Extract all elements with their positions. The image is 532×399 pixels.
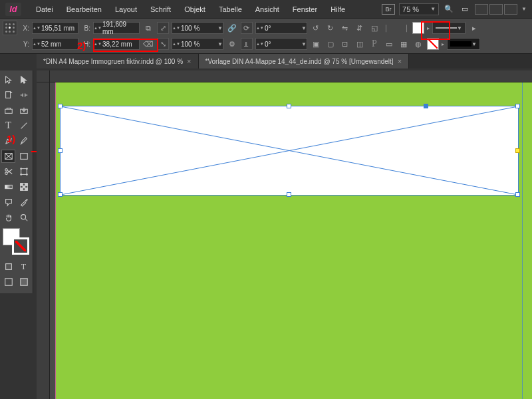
menu-object[interactable]: Objekt (178, 0, 212, 19)
stepper-icon[interactable]: ▲▼ (33, 26, 39, 30)
selection-handle[interactable] (515, 192, 520, 197)
stroke-style-dropdown[interactable]: ▼ (432, 22, 466, 34)
menu-type[interactable]: Schrift (144, 0, 178, 19)
stepper-icon[interactable]: ▲▼ (33, 42, 39, 46)
width-value[interactable]: 191,609 mm (100, 21, 139, 35)
selection-handle[interactable] (515, 104, 520, 108)
stepper-icon[interactable]: ▲▼ (94, 42, 100, 46)
x-field[interactable]: ▲▼ 195,51 mm (32, 22, 78, 34)
flip-v-icon[interactable]: ⇵ (354, 22, 366, 34)
gradient-feather-tool[interactable] (17, 180, 31, 194)
pencil-tool[interactable] (17, 134, 31, 148)
selection-handle[interactable] (287, 104, 291, 108)
bridge-icon[interactable]: Br (382, 4, 395, 15)
panel-menu-icon[interactable]: ▸ (468, 22, 480, 34)
content-placer-tool[interactable] (17, 104, 31, 117)
apply-color-icon[interactable] (1, 260, 15, 273)
wrap-shape-icon[interactable]: ◍ (412, 38, 424, 50)
scale-x-value[interactable]: 100 % (179, 25, 217, 32)
constrain-proportions-icon[interactable]: ⧉ (142, 22, 154, 34)
select-container-icon[interactable]: ◱ (368, 22, 380, 34)
wrap-none-icon[interactable]: ▭ (383, 38, 395, 50)
line-tool[interactable] (17, 119, 31, 132)
view-mode-normal[interactable] (1, 275, 15, 289)
menu-view[interactable]: Ansicht (249, 0, 286, 19)
stroke-color[interactable] (12, 237, 29, 255)
type-tool[interactable]: T (1, 119, 15, 132)
rectangle-frame-tool[interactable] (1, 150, 15, 163)
direct-selection-tool[interactable] (17, 73, 31, 86)
guide-vertical[interactable] (55, 82, 56, 399)
gap-tool[interactable] (17, 88, 31, 102)
selection-handle[interactable] (58, 148, 63, 153)
menu-table[interactable]: Tabelle (212, 0, 249, 19)
menu-edit[interactable]: Bearbeiten (60, 0, 108, 19)
scale-y-value[interactable]: 100 % (179, 41, 217, 48)
stepper-icon[interactable]: ▲▼ (256, 26, 263, 30)
scissors-tool[interactable] (1, 165, 15, 178)
page-tool[interactable] (1, 88, 15, 102)
rotate-value[interactable]: 0° (263, 25, 301, 32)
flip-h-icon[interactable]: ⇋ (339, 22, 351, 34)
rotate-field[interactable]: ▲▼ 0° ▼ (255, 22, 307, 34)
selection-handle[interactable] (58, 104, 63, 108)
selection-handle[interactable] (424, 104, 428, 108)
preferences-icon[interactable]: ⚙ (226, 38, 238, 50)
y-value[interactable]: 52 mm (39, 41, 78, 48)
hand-tool[interactable] (1, 211, 15, 224)
document-tab-1[interactable]: *DIN A4 Mappe Immogruen fiktiv.indd @ 10… (37, 54, 199, 68)
layout-btn-1[interactable] (475, 4, 488, 15)
stroke-style-dropdown[interactable]: ▼ (447, 38, 480, 50)
rotate-ccw-icon[interactable]: ↺ (310, 22, 322, 34)
guide-vertical[interactable] (522, 82, 523, 399)
zoom-level[interactable]: 75 % ▼ (399, 3, 439, 15)
y-field[interactable]: ▲▼ 52 mm (32, 38, 78, 50)
shear-field[interactable]: ▲▼ 0° ▼ (255, 38, 307, 50)
layout-btn-3[interactable] (504, 4, 517, 15)
chevron-down-icon[interactable]: ▼ (217, 41, 223, 47)
menu-window[interactable]: Fenster (286, 0, 324, 19)
eyedropper-tool[interactable] (17, 196, 31, 209)
fit-content-icon[interactable]: ▣ (310, 38, 322, 50)
close-icon[interactable]: × (187, 57, 191, 65)
selected-frame-object[interactable] (60, 106, 519, 196)
selection-handle[interactable] (58, 192, 63, 197)
free-transform-tool[interactable] (17, 165, 31, 178)
chevron-down-icon[interactable]: ▸ (427, 25, 430, 31)
content-collector-tool[interactable] (1, 104, 15, 117)
stepper-icon[interactable]: ▲▼ (172, 26, 179, 30)
p-text-icon[interactable]: P (368, 38, 380, 50)
clear-transform-icon[interactable]: ⌫ (142, 38, 154, 50)
close-icon[interactable]: × (398, 57, 402, 65)
link-scale-icon[interactable]: 🔗 (226, 22, 238, 34)
height-value[interactable]: 38,22 mm (100, 41, 139, 48)
rectangle-tool[interactable] (17, 150, 31, 163)
stroke-swatch[interactable] (427, 38, 439, 50)
menu-file[interactable]: Datei (29, 0, 60, 19)
selection-tool[interactable] (1, 73, 15, 86)
document-tab-2[interactable]: *Vorlage DIN A4-Mappe 14_44_de.indd @ 75… (199, 54, 410, 68)
fill-swatch[interactable] (412, 22, 424, 34)
fill-frame-icon[interactable]: ◫ (354, 38, 366, 50)
stepper-icon[interactable]: ▲▼ (256, 42, 263, 46)
rotate-cw-icon[interactable]: ↻ (325, 22, 336, 34)
height-field[interactable]: ▲▼ 38,22 mm (93, 38, 140, 50)
zoom-tool[interactable] (17, 211, 31, 224)
layout-btn-2[interactable] (489, 4, 503, 15)
chevron-down-icon[interactable]: ▼ (301, 41, 307, 47)
vertical-ruler[interactable] (37, 82, 50, 399)
chevron-down-icon[interactable]: ▼ (521, 6, 527, 12)
width-field[interactable]: ▲▼ 191,609 mm (93, 22, 140, 34)
selection-handle[interactable] (515, 148, 520, 153)
scale-y-field[interactable]: ▲▼ 100 % ▼ (172, 38, 223, 50)
chevron-down-icon[interactable]: ▸ (442, 41, 444, 47)
scale-x-field[interactable]: ▲▼ 100 % ▼ (172, 22, 223, 34)
center-content-icon[interactable]: ⊡ (339, 38, 351, 50)
fill-stroke-proxy[interactable] (3, 228, 31, 256)
menu-help[interactable]: Hilfe (324, 0, 352, 19)
chevron-down-icon[interactable]: ▼ (301, 25, 307, 31)
selection-handle[interactable] (287, 192, 291, 197)
fit-frame-icon[interactable]: ▢ (325, 38, 336, 50)
note-tool[interactable] (1, 196, 15, 209)
horizontal-ruler[interactable] (50, 70, 532, 82)
